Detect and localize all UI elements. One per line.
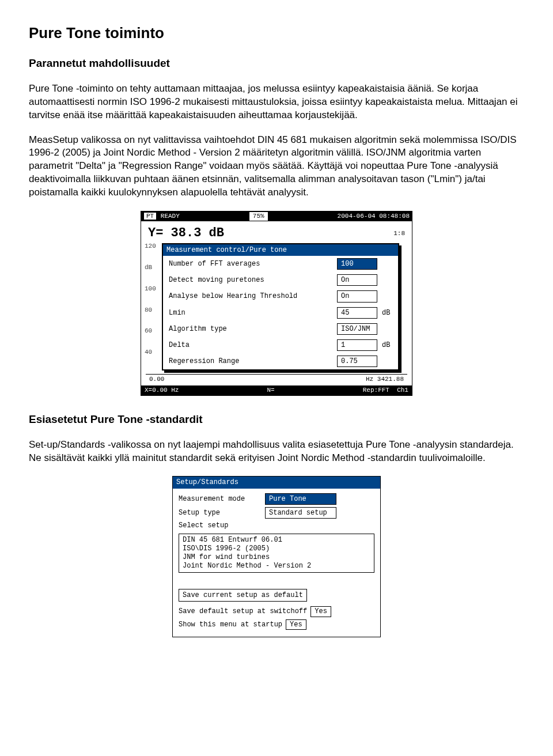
setup-list[interactable]: DIN 45 681 Entwurf 06.01ISO\DIS 1996-2 (… xyxy=(179,534,374,573)
x-end: Hz 3421.88 xyxy=(366,375,404,384)
save-default-button[interactable]: Save current setup as default xyxy=(179,589,307,602)
setting-value[interactable]: 1 xyxy=(337,339,377,351)
setting-label: Analyse below Hearing Threshold xyxy=(169,292,337,301)
setting-value[interactable]: 45 xyxy=(337,307,377,319)
status-n: N= xyxy=(267,386,274,395)
setting-value[interactable]: On xyxy=(337,274,377,286)
setting-value[interactable]: On xyxy=(337,290,377,302)
show-startup-label: Show this menu at startup xyxy=(179,620,282,629)
page-title: Pure Tone toiminto xyxy=(29,23,524,43)
y-axis-ticks: 120 dB 100 80 60 40 xyxy=(145,242,156,369)
mode-value[interactable]: Pure Tone xyxy=(265,493,336,505)
save-switchoff-label: Save default setup at switchoff xyxy=(179,607,307,616)
mode-badge: PT xyxy=(143,212,157,220)
setting-label: Lmin xyxy=(169,308,337,317)
dialog-pure-tone: Measurement control/Pure tone Number of … xyxy=(162,243,399,371)
subheading-improvements: Parannetut mahdollisuudet xyxy=(29,56,524,71)
subheading-presets: Esiasetetut Pure Tone -standardit xyxy=(29,412,524,427)
dialog-title: Setup/Standards xyxy=(173,477,380,488)
show-startup-value[interactable]: Yes xyxy=(286,619,306,630)
setting-unit: dB xyxy=(382,341,392,350)
setting-value[interactable]: 0.75 xyxy=(337,356,377,367)
mode-label: Measurement mode xyxy=(179,494,265,504)
setting-row: Algorithm typeISO/JNM xyxy=(163,321,398,337)
paragraph-3: Set-up/Standards -valikossa on nyt laaje… xyxy=(29,439,524,465)
status-ch: Ch1 xyxy=(397,387,408,394)
setting-unit: dB xyxy=(382,308,392,317)
list-item[interactable]: JNM for wind turbines xyxy=(183,553,370,562)
paragraph-2: MeasSetup valikossa on nyt valittavissa … xyxy=(29,134,524,200)
setting-value[interactable]: ISO/JNM xyxy=(337,323,377,335)
setting-label: Delta xyxy=(169,341,337,350)
setting-label: Detect moving puretones xyxy=(169,275,337,285)
list-item[interactable]: ISO\DIS 1996-2 (2005) xyxy=(183,545,370,553)
setting-row: Analyse below Hearing ThresholdOn xyxy=(163,288,398,304)
setting-row: Detect moving puretonesOn xyxy=(163,272,398,288)
datetime-text: 2004-06-04 08:48:08 xyxy=(338,212,410,221)
screenshot-meas-control: PT READY 75% 2004-06-04 08:48:08 Y= 38.3… xyxy=(141,211,412,396)
save-switchoff-value[interactable]: Yes xyxy=(310,606,331,617)
list-item[interactable]: DIN 45 681 Entwurf 06.01 xyxy=(183,536,370,545)
scale-text: 1:8 xyxy=(393,229,405,238)
status-text: READY xyxy=(161,213,180,220)
setting-row: Delta1dB xyxy=(163,337,398,353)
status-rep: Rep:FFT xyxy=(363,387,389,394)
setting-label: Number of FFT averages xyxy=(169,259,337,269)
setup-type-label: Setup type xyxy=(179,508,265,517)
setting-value[interactable]: 100 xyxy=(337,258,377,270)
list-item[interactable]: Joint Nordic Method - Version 2 xyxy=(183,562,370,570)
setting-label: Algorithm type xyxy=(169,324,337,334)
select-setup-label: Select setup xyxy=(179,521,265,530)
setting-row: Number of FFT averages100 xyxy=(163,256,398,272)
setup-type-value[interactable]: Standard setup xyxy=(265,507,336,519)
setting-row: Regeression Range0.75 xyxy=(163,353,398,369)
paragraph-1: Pure Tone -toiminto on tehty auttamaan m… xyxy=(29,82,524,122)
setting-row: Lmin45dB xyxy=(163,305,398,321)
screenshot-setup-standards: Setup/Standards Measurement mode Pure To… xyxy=(172,476,381,637)
status-x: X=0.00 Hz xyxy=(145,386,179,395)
x-start: 0.00 xyxy=(149,375,164,384)
setting-label: Regeression Range xyxy=(169,357,337,366)
progress-pct: 75% xyxy=(249,212,268,221)
y-value: Y= 38.3 dB xyxy=(148,225,224,242)
dialog-title: Measurement control/Pure tone xyxy=(163,244,398,256)
